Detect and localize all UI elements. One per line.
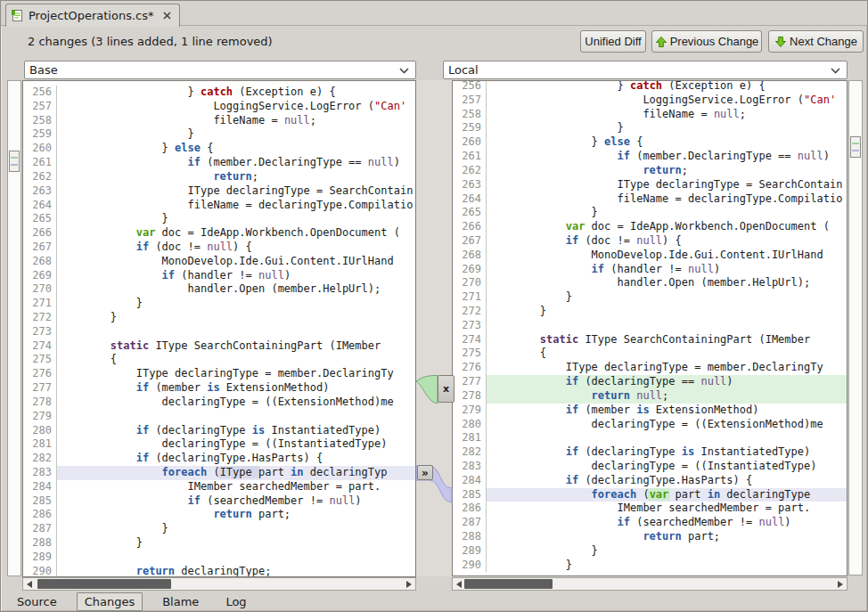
previous-change-button[interactable]: Previous Change bbox=[651, 30, 762, 53]
code-line: 256 } catch (Exception e) { bbox=[453, 80, 847, 94]
scroll-right-arrow-icon[interactable] bbox=[834, 580, 845, 589]
code-text: return null; bbox=[487, 389, 847, 404]
code-text: var doc = IdeApp.Workbench.OpenDocument … bbox=[57, 226, 415, 241]
line-number: 256 bbox=[23, 86, 57, 100]
line-number: 289 bbox=[23, 551, 57, 565]
code-line: 286 IMember searchedMember = part. bbox=[453, 502, 847, 516]
unified-diff-label: Unified Diff bbox=[585, 35, 641, 48]
code-line: 263 IType declaringType = SearchContain bbox=[23, 184, 415, 199]
line-number: 287 bbox=[23, 522, 57, 536]
code-text: if (declaringType is InstantiatedType) bbox=[57, 424, 415, 438]
code-text: } bbox=[57, 522, 415, 536]
left-scrollbar-thumb[interactable] bbox=[9, 151, 20, 172]
line-number: 264 bbox=[23, 199, 57, 213]
line-number: 290 bbox=[23, 565, 57, 577]
tab-close-icon[interactable] bbox=[161, 10, 173, 21]
local-code-pane[interactable]: 256 } catch (Exception e) {257 LoggingSe… bbox=[452, 80, 848, 576]
code-text: } bbox=[487, 305, 847, 319]
code-text: return; bbox=[57, 170, 415, 184]
unified-diff-button[interactable]: Unified Diff bbox=[580, 30, 646, 53]
revert-hunk-button[interactable]: x bbox=[438, 375, 454, 403]
diff-view-window: ProjectOperations.cs* 2 changes (3 lines… bbox=[0, 0, 868, 612]
code-line: 260 } else { bbox=[453, 135, 847, 150]
tab-changes[interactable]: Changes bbox=[77, 592, 143, 611]
scroll-left-arrow-icon[interactable] bbox=[25, 580, 36, 589]
base-code-pane[interactable]: 256 } catch (Exception e) {257 LoggingSe… bbox=[22, 80, 416, 577]
code-text: return; bbox=[487, 164, 847, 178]
code-text: if (declaringType.HasParts) { bbox=[487, 474, 847, 488]
code-text bbox=[57, 325, 415, 339]
code-text: if (handler != null) bbox=[487, 263, 847, 277]
code-line: 287 } bbox=[23, 522, 415, 536]
line-number: 284 bbox=[23, 480, 57, 494]
code-line: 265 } bbox=[453, 206, 847, 220]
code-text: return part; bbox=[487, 530, 847, 544]
code-text: } catch (Exception e) { bbox=[487, 80, 847, 94]
code-line: 272 } bbox=[453, 305, 847, 319]
next-change-button[interactable]: Next Change bbox=[768, 30, 864, 53]
line-number: 268 bbox=[453, 249, 487, 263]
base-revision-value: Base bbox=[29, 63, 58, 77]
code-text: fileName = declaringType.Compilatio bbox=[487, 192, 847, 207]
code-line: 284 IMember searchedMember = part. bbox=[23, 480, 415, 494]
line-number: 278 bbox=[453, 389, 487, 404]
changed-hunk-button[interactable]: » bbox=[417, 465, 433, 480]
line-number: 259 bbox=[23, 127, 57, 142]
code-line: 283 foreach (IType part in declaringTyp bbox=[23, 466, 415, 480]
code-line: 274 static IType SearchContainingPart (I… bbox=[23, 339, 415, 354]
right-scrollbar-thumb[interactable] bbox=[850, 136, 861, 158]
file-tab[interactable]: ProjectOperations.cs* bbox=[5, 4, 180, 27]
code-line: 264 fileName = declaringType.Compilatio bbox=[453, 192, 847, 207]
code-text bbox=[57, 410, 415, 424]
code-text: } catch (Exception e) { bbox=[57, 86, 415, 100]
local-revision-selector[interactable]: Local bbox=[443, 61, 848, 79]
green-arrow-up-icon bbox=[655, 36, 667, 48]
left-hscrollbar-thumb[interactable] bbox=[37, 579, 171, 589]
code-line: 258 fileName = null; bbox=[23, 114, 415, 128]
code-text: if (searchedMember != null) bbox=[57, 494, 415, 509]
code-line: 280 declaringType = ((ExtensionMethod)me bbox=[453, 418, 847, 432]
left-pane-vertical-scrollbar[interactable] bbox=[7, 80, 21, 576]
base-revision-selector[interactable]: Base bbox=[24, 61, 416, 79]
line-number: 258 bbox=[23, 114, 57, 128]
code-line: 278 return null; bbox=[453, 389, 847, 404]
line-number: 272 bbox=[23, 311, 57, 325]
code-text: static IType SearchContainingPart (IMemb… bbox=[57, 339, 415, 354]
right-hscrollbar-thumb[interactable] bbox=[464, 579, 553, 589]
code-line: 286 return part; bbox=[23, 508, 415, 522]
code-text: IType declaringType = member.DeclaringTy bbox=[57, 367, 415, 381]
code-text: declaringType = ((ExtensionMethod)me bbox=[487, 418, 847, 432]
code-line: 256 } catch (Exception e) { bbox=[23, 86, 415, 100]
code-line: 262 return; bbox=[453, 164, 847, 178]
code-text: foreach (var part in declaringType bbox=[487, 488, 847, 502]
code-line: 269 if (handler != null) bbox=[453, 263, 847, 277]
line-number: 269 bbox=[453, 263, 487, 277]
code-line: 283 declaringType = ((InstantiatedType) bbox=[453, 460, 847, 474]
line-number: 288 bbox=[23, 536, 57, 551]
tab-log[interactable]: Log bbox=[218, 593, 253, 610]
line-number: 263 bbox=[23, 184, 57, 199]
tab-blame[interactable]: Blame bbox=[155, 593, 206, 610]
right-pane-horizontal-scrollbar[interactable] bbox=[452, 577, 848, 591]
code-line: 270 handler.Open (member.HelpUrl); bbox=[453, 276, 847, 290]
code-line: 271 } bbox=[23, 297, 415, 311]
scroll-right-arrow-icon[interactable] bbox=[403, 580, 414, 589]
code-text: IMember searchedMember = part. bbox=[57, 480, 415, 494]
code-line: 271 } bbox=[453, 290, 847, 305]
line-number: 288 bbox=[453, 530, 487, 544]
code-text: if (member is ExtensionMethod) bbox=[487, 404, 847, 418]
right-pane-vertical-scrollbar[interactable] bbox=[848, 80, 863, 575]
line-number: 275 bbox=[453, 347, 487, 361]
line-number: 271 bbox=[453, 290, 487, 305]
line-number: 289 bbox=[453, 544, 487, 559]
tab-source[interactable]: Source bbox=[10, 593, 64, 610]
code-line: 277 if (member is ExtensionMethod) bbox=[23, 381, 415, 396]
code-text bbox=[487, 431, 847, 445]
code-text: LoggingService.LogError ("Can' bbox=[487, 94, 847, 108]
code-text bbox=[57, 551, 415, 565]
line-number: 268 bbox=[23, 255, 57, 269]
code-line: 290 } bbox=[453, 559, 847, 573]
line-number: 290 bbox=[453, 559, 487, 573]
left-pane-horizontal-scrollbar[interactable] bbox=[22, 577, 416, 591]
code-line: 272 } bbox=[23, 311, 415, 325]
